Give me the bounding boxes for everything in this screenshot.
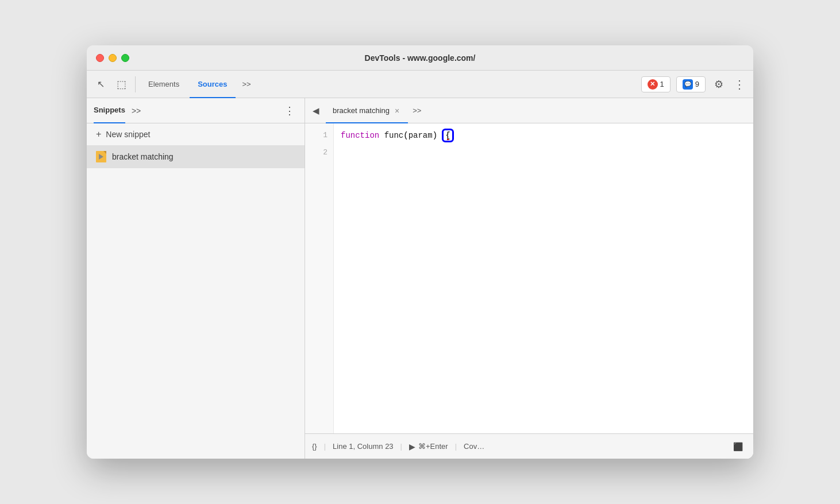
param-name: param: [409, 127, 433, 144]
snippet-name: bracket matching: [112, 152, 174, 161]
message-badge[interactable]: 💬 9: [676, 76, 706, 92]
maximize-button[interactable]: [121, 54, 129, 62]
format-button[interactable]: {}: [312, 442, 317, 451]
editor-tab-bracket-matching[interactable]: bracket matching ×: [326, 98, 408, 123]
run-shortcut-label: ⌘+Enter: [418, 442, 448, 451]
sidebar-toggle-icon: ◀: [313, 106, 319, 116]
panel-title: Snippets: [94, 106, 125, 115]
brace-highlighted: {: [442, 129, 453, 143]
cursor-icon-btn[interactable]: ↖: [91, 75, 110, 94]
snippet-file-icon: [96, 151, 106, 162]
status-action-button[interactable]: ⬛: [729, 438, 746, 455]
inspect-icon: ⬚: [117, 78, 126, 91]
devtools-toolbar: ↖ ⬚ Elements Sources >> ✕ 1 💬 9 ⚙ ⋮: [87, 71, 753, 98]
close-button[interactable]: [96, 54, 104, 62]
message-count: 9: [695, 80, 699, 88]
editor-tab-close[interactable]: ×: [393, 106, 401, 116]
inspect-icon-btn[interactable]: ⬚: [112, 75, 130, 94]
run-button[interactable]: ▶ ⌘+Enter: [409, 442, 448, 451]
editor-tab-name: bracket matching: [333, 106, 390, 115]
new-snippet-label: New snippet: [106, 130, 150, 139]
traffic-lights: [96, 54, 129, 62]
line-number-2: 2: [305, 144, 333, 161]
left-panel: Snippets >> ⋮ + New snippet bracket matc…: [87, 98, 305, 459]
code-content[interactable]: function func ( param ) {: [334, 123, 753, 433]
more-vert-icon: ⋮: [734, 77, 745, 91]
titlebar: DevTools - www.google.com/: [87, 45, 753, 71]
new-snippet-button[interactable]: + New snippet: [87, 123, 305, 145]
snippet-item-bracket-matching[interactable]: bracket matching: [87, 145, 305, 168]
code-paren-open: (: [403, 127, 408, 144]
status-action-icon: ⬛: [733, 442, 743, 451]
error-icon: ✕: [648, 79, 658, 90]
line-numbers: 1 2: [305, 123, 334, 433]
minimize-button[interactable]: [109, 54, 117, 62]
settings-button[interactable]: ⚙: [710, 75, 728, 94]
error-badge[interactable]: ✕ 1: [641, 76, 671, 92]
cursor-icon: ↖: [97, 79, 105, 90]
message-icon: 💬: [683, 79, 693, 90]
status-sep-3: |: [455, 442, 457, 451]
tab-elements-label: Elements: [148, 80, 179, 88]
status-bar: {} | Line 1, Column 23 | ▶ ⌘+Enter | Cov…: [305, 433, 753, 459]
panel-menu-button[interactable]: ⋮: [282, 103, 298, 119]
tab-elements[interactable]: Elements: [140, 71, 187, 98]
panel-more-tabs[interactable]: >>: [129, 104, 144, 117]
coverage-label: Cov…: [464, 442, 484, 451]
editor-tabs: ◀ bracket matching × >>: [305, 98, 753, 123]
editor-tab-more[interactable]: >>: [409, 104, 425, 117]
code-space-1: [379, 127, 384, 144]
code-line-1: function func ( param ) {: [341, 127, 746, 144]
code-editor[interactable]: 1 2 function func ( param ) {: [305, 123, 753, 433]
run-arrow-icon: ▶: [409, 442, 415, 451]
tab-sources[interactable]: Sources: [190, 71, 235, 98]
keyword-function: function: [341, 127, 379, 144]
devtools-window: DevTools - www.google.com/ ↖ ⬚ Elements …: [87, 45, 753, 459]
plus-icon: +: [96, 129, 101, 139]
format-icon: {}: [312, 442, 317, 451]
editor-sidebar-toggle[interactable]: ◀: [307, 102, 325, 119]
error-count: 1: [660, 80, 664, 88]
panel-header: Snippets >> ⋮: [87, 98, 305, 123]
status-sep-2: |: [400, 442, 402, 451]
status-sep-1: |: [324, 442, 326, 451]
position-label: Line 1, Column 23: [333, 442, 394, 451]
window-title: DevTools - www.google.com/: [365, 53, 476, 63]
right-panel: ◀ bracket matching × >> 1 2 function: [305, 98, 753, 459]
more-options-button[interactable]: ⋮: [730, 75, 749, 94]
toolbar-separator: [135, 76, 136, 92]
code-paren-close: ): [433, 127, 437, 144]
tab-sources-label: Sources: [198, 80, 227, 88]
line-number-1: 1: [305, 127, 333, 144]
code-line-2: [341, 144, 746, 161]
devtools-main: Snippets >> ⋮ + New snippet bracket matc…: [87, 98, 753, 459]
toolbar-more-tabs[interactable]: >>: [238, 76, 256, 92]
code-space-2: [437, 127, 442, 144]
position-indicator[interactable]: Line 1, Column 23: [333, 442, 394, 451]
funcname: func: [384, 127, 404, 144]
gear-icon: ⚙: [714, 78, 723, 91]
coverage-item[interactable]: Cov…: [464, 442, 484, 451]
